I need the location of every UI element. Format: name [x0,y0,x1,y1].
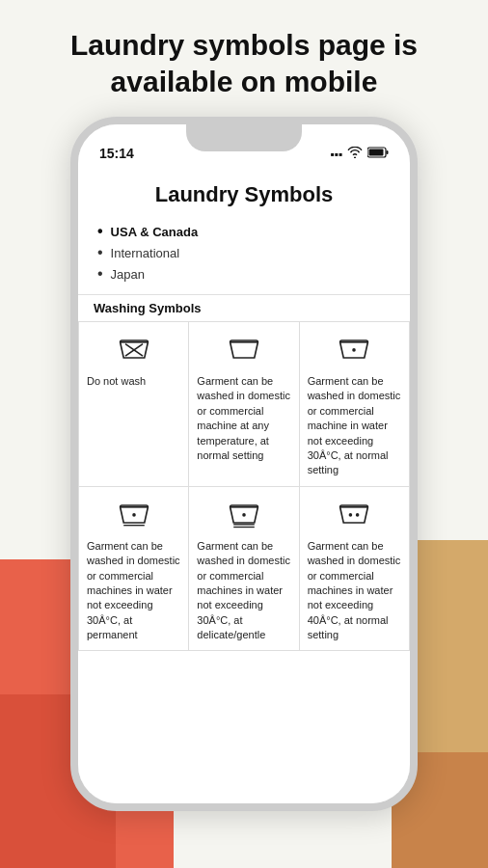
table-cell: Garment can be washed in domestic or com… [189,322,299,487]
symbols-table: Do not wash Garment can be washed in dom… [78,321,410,651]
table-cell: Garment can be washed in domestic or com… [299,486,409,651]
svg-point-6 [132,513,136,517]
symbol-icon-cell [197,332,290,366]
nav-label-international: International [111,246,180,260]
nav-item-usa[interactable]: USA & Canada [97,221,391,242]
svg-point-12 [356,513,360,517]
wash-30-perm-icon [117,497,151,531]
phone-content: Laundry Symbols USA & Canada Internation… [78,167,410,803]
table-row: Do not wash Garment can be washed in dom… [79,322,410,487]
status-icons: ▪▪▪ [330,147,389,161]
symbol-icon-cell [197,497,290,531]
svg-point-11 [349,513,353,517]
svg-rect-2 [369,149,384,156]
svg-point-5 [353,348,357,352]
do-not-wash-icon [117,332,151,366]
table-row: Garment can be washed in domestic or com… [79,486,410,651]
symbol-icon-cell [87,497,180,531]
symbol-icon-cell [308,497,401,531]
table-cell: Do not wash [79,322,189,487]
nav-list[interactable]: USA & Canada International Japan [78,221,410,294]
svg-rect-1 [387,150,389,154]
table-cell: Garment can be washed in domestic or com… [189,486,299,651]
nav-item-international[interactable]: International [97,242,391,263]
phone-frame: 15:14 ▪▪▪ Laundry Symbols [70,117,418,811]
wifi-icon [347,147,363,161]
wash-30-delicate-icon [227,497,261,531]
table-cell: Garment can be washed in domestic or com… [299,322,409,487]
cell-text: Do not wash [87,375,146,387]
svg-point-8 [242,513,246,517]
nav-item-japan[interactable]: Japan [97,263,391,285]
cell-text: Garment can be washed in domestic or com… [308,375,401,475]
symbol-icon-cell [87,332,180,366]
wash-any-temp-icon [227,332,261,366]
page-headline: Laundry symbols page is available on mob… [0,0,488,117]
cell-text: Garment can be washed in domestic or com… [197,540,290,640]
signal-icon: ▪▪▪ [330,148,342,161]
cell-text: Garment can be washed in domestic or com… [87,540,180,640]
nav-label-japan: Japan [111,267,145,282]
symbol-icon-cell [308,332,401,366]
cell-text: Garment can be washed in domestic or com… [308,540,401,640]
battery-icon [367,147,389,161]
status-time: 15:14 [99,146,134,161]
phone-notch [186,124,302,151]
cell-text: Garment can be washed in domestic or com… [197,375,290,461]
table-cell: Garment can be washed in domestic or com… [79,486,189,651]
nav-label-usa: USA & Canada [111,225,199,239]
section-header: Washing Symbols [78,294,410,321]
app-title: Laundry Symbols [78,167,410,221]
wash-40-icon [337,497,371,531]
wash-30-icon [337,332,371,366]
